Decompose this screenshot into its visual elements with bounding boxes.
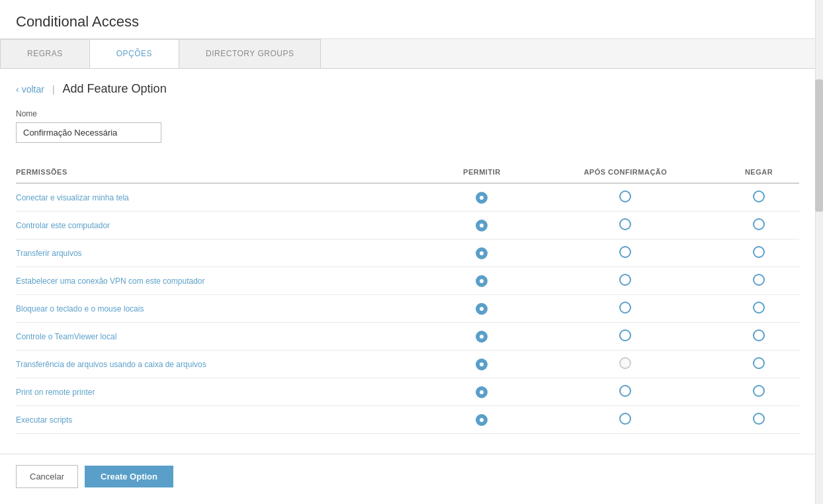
tab-directory[interactable]: DIRECTORY GROUPS (179, 39, 321, 68)
radio-apos-confirmacao[interactable] (533, 323, 725, 351)
radio-negar[interactable] (725, 212, 799, 239)
radio-btn-permitir[interactable] (476, 386, 488, 398)
radio-btn-permitir[interactable] (476, 192, 488, 204)
radio-apos-confirmacao[interactable] (533, 295, 725, 323)
permission-label: Transferir arquivos (16, 239, 438, 267)
radio-apos-confirmacao[interactable] (533, 239, 725, 267)
table-row: Transferência de arquivos usando a caixa… (16, 351, 799, 378)
table-row: Estabelecer uma conexão VPN com este com… (16, 267, 799, 295)
radio-negar[interactable] (725, 378, 799, 406)
radio-btn-apos[interactable] (619, 246, 631, 258)
table-row: Controlar este computador (16, 212, 799, 239)
table-row: Conectar e visualizar minha tela (16, 183, 799, 212)
radio-btn-permitir[interactable] (476, 331, 488, 343)
content-area: ‹ voltar | Add Feature Option Nome PERMI… (0, 69, 823, 447)
radio-btn-negar[interactable] (753, 218, 765, 230)
radio-btn-apos[interactable] (619, 357, 631, 369)
permissions-table-area: PERMISSÕES PERMITIR APÓS CONFIRMAÇÃO NEG… (16, 156, 799, 434)
table-header-row: PERMISSÕES PERMITIR APÓS CONFIRMAÇÃO NEG… (16, 163, 799, 183)
permission-label: Transferência de arquivos usando a caixa… (16, 351, 438, 378)
radio-btn-negar[interactable] (753, 329, 765, 341)
radio-apos-confirmacao[interactable] (533, 183, 725, 212)
name-field-group: Nome (16, 109, 807, 143)
permission-label: Controle o TeamViewer local (16, 323, 438, 351)
radio-permitir[interactable] (438, 267, 533, 295)
table-row: Print on remote printer (16, 378, 799, 406)
radio-apos-confirmacao[interactable] (533, 378, 725, 406)
radio-btn-apos[interactable] (619, 413, 631, 425)
table-row: Bloquear o teclado e o mouse locais (16, 295, 799, 323)
page-subtitle: Add Feature Option (63, 82, 167, 96)
radio-btn-negar[interactable] (753, 190, 765, 202)
scrollbar-right[interactable] (815, 0, 823, 504)
radio-btn-negar[interactable] (753, 357, 765, 369)
col-negar: NEGAR (725, 163, 799, 183)
col-permitir: PERMITIR (438, 163, 533, 183)
radio-permitir[interactable] (438, 351, 533, 378)
radio-btn-negar[interactable] (753, 413, 765, 425)
permission-label: Executar scripts (16, 406, 438, 434)
radio-btn-permitir[interactable] (476, 358, 488, 370)
radio-apos-confirmacao[interactable] (533, 212, 725, 239)
radio-btn-permitir[interactable] (476, 247, 488, 259)
radio-btn-negar[interactable] (753, 385, 765, 397)
radio-negar[interactable] (725, 351, 799, 378)
radio-btn-permitir[interactable] (476, 275, 488, 287)
radio-btn-negar[interactable] (753, 246, 765, 258)
radio-permitir[interactable] (438, 239, 533, 267)
name-label: Nome (16, 109, 807, 118)
radio-negar[interactable] (725, 295, 799, 323)
table-row: Controle o TeamViewer local (16, 323, 799, 351)
page-title: Conditional Access (0, 0, 823, 39)
table-row: Transferir arquivos (16, 239, 799, 267)
permission-label: Conectar e visualizar minha tela (16, 183, 438, 212)
radio-permitir[interactable] (438, 212, 533, 239)
back-link[interactable]: ‹ voltar (16, 84, 44, 95)
breadcrumb: ‹ voltar | Add Feature Option (16, 82, 807, 96)
radio-btn-apos[interactable] (619, 218, 631, 230)
radio-negar[interactable] (725, 267, 799, 295)
breadcrumb-separator: | (52, 84, 55, 95)
scrollbar-thumb[interactable] (815, 79, 823, 212)
radio-permitir[interactable] (438, 406, 533, 434)
permission-label: Controlar este computador (16, 212, 438, 239)
radio-btn-apos[interactable] (619, 302, 631, 314)
radio-apos-confirmacao[interactable] (533, 406, 725, 434)
col-permissions: PERMISSÕES (16, 163, 438, 183)
permission-label: Bloquear o teclado e o mouse locais (16, 295, 438, 323)
radio-permitir[interactable] (438, 295, 533, 323)
radio-btn-apos[interactable] (619, 385, 631, 397)
table-row: Executar scripts (16, 406, 799, 434)
radio-btn-permitir[interactable] (476, 414, 488, 426)
tab-regras[interactable]: REGRAS (0, 39, 90, 68)
footer-buttons: Cancelar Create Option (0, 454, 823, 499)
radio-btn-permitir[interactable] (476, 220, 488, 231)
radio-apos-confirmacao[interactable] (533, 267, 725, 295)
permission-label: Estabelecer uma conexão VPN com este com… (16, 267, 438, 295)
radio-btn-negar[interactable] (753, 274, 765, 286)
permissions-table: PERMISSÕES PERMITIR APÓS CONFIRMAÇÃO NEG… (16, 163, 799, 434)
app-container: Conditional Access REGRAS OPÇÕES DIRECTO… (0, 0, 823, 504)
radio-permitir[interactable] (438, 183, 533, 212)
radio-permitir[interactable] (438, 378, 533, 406)
radio-negar[interactable] (725, 323, 799, 351)
permission-label: Print on remote printer (16, 378, 438, 406)
radio-permitir[interactable] (438, 323, 533, 351)
radio-negar[interactable] (725, 183, 799, 212)
radio-btn-permitir[interactable] (476, 303, 488, 315)
col-apos: APÓS CONFIRMAÇÃO (533, 163, 725, 183)
radio-negar[interactable] (725, 406, 799, 434)
radio-btn-apos[interactable] (619, 274, 631, 286)
radio-btn-apos[interactable] (619, 190, 631, 202)
radio-btn-negar[interactable] (753, 302, 765, 314)
radio-apos-confirmacao[interactable] (533, 351, 725, 378)
radio-negar[interactable] (725, 239, 799, 267)
cancel-button[interactable]: Cancelar (16, 465, 78, 488)
tab-opcoes[interactable]: OPÇÕES (89, 39, 179, 68)
tabs-bar: REGRAS OPÇÕES DIRECTORY GROUPS (0, 39, 823, 69)
create-option-button[interactable]: Create Option (85, 466, 173, 487)
name-input[interactable] (16, 122, 161, 143)
chevron-left-icon: ‹ (16, 84, 19, 95)
radio-btn-apos[interactable] (619, 329, 631, 341)
